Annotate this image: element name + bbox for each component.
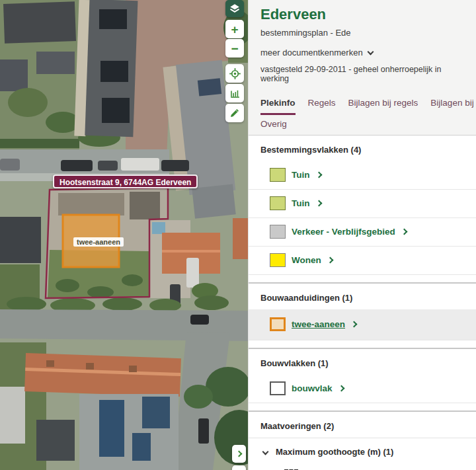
- map-viewport[interactable]: Hootsenstraat 9, 6744AG Ederveen twee-aa…: [0, 0, 248, 470]
- section-divider: [249, 275, 476, 284]
- item-label: Tuin: [292, 198, 310, 208]
- tab-bijlagen-bij-toelichting[interactable]: Bijlagen bij toelichting: [430, 95, 476, 115]
- twee-aaneen-swatch-icon: [270, 317, 286, 331]
- chevron-right-icon: [401, 229, 407, 235]
- measure-button[interactable]: [225, 84, 244, 102]
- section-maatvoeringen-title: Maatvoeringen (2): [249, 412, 476, 438]
- chevron-right-icon: [351, 321, 358, 328]
- draw-button[interactable]: [225, 104, 244, 122]
- zoom-out-button[interactable]: −: [225, 39, 244, 58]
- item-label: bouwvlak: [292, 383, 333, 393]
- section-divider: [249, 403, 476, 412]
- minus-icon: −: [231, 42, 238, 55]
- plus-icon: +: [231, 23, 238, 36]
- list-item-wonen[interactable]: Wonen: [249, 247, 476, 275]
- section-divider: [249, 340, 476, 349]
- app-window: Hootsenstraat 9, 6744AG Ederveen twee-aa…: [0, 0, 476, 470]
- expand-panel-button[interactable]: [232, 445, 246, 463]
- panel-header: Ederveen bestemmingsplan - Ede meer docu…: [249, 0, 476, 91]
- selected-area-label: twee-aaneen: [73, 237, 124, 247]
- item-label: twee-aaneen: [292, 319, 345, 329]
- address-tooltip: Hootsenstraat 9, 6744AG Ederveen: [53, 175, 198, 188]
- tab-bijlagen-bij-regels[interactable]: Bijlagen bij regels: [348, 95, 418, 115]
- chevron-right-icon: [315, 200, 322, 207]
- chevron-right-icon: [315, 172, 322, 178]
- page-title: Ederveen: [260, 6, 464, 23]
- zoom-in-button[interactable]: +: [225, 20, 244, 38]
- tuin-swatch-icon: [270, 168, 286, 182]
- partial-button[interactable]: [232, 465, 246, 470]
- chevron-down-icon: [262, 449, 269, 455]
- pencil-icon: [229, 107, 241, 119]
- tab-regels[interactable]: Regels: [308, 95, 336, 115]
- maatvoering-group-goothoogte: Maximum goothoogte (m) (1) Maximum gooth…: [249, 438, 476, 470]
- aerial-photo: [0, 0, 248, 470]
- plan-subtitle: bestemmingsplan - Ede: [260, 28, 464, 38]
- tab-overig[interactable]: Overig: [260, 115, 287, 135]
- tuin-swatch-icon: [270, 196, 286, 210]
- list-item-goothoogte[interactable]: Maximum goothoogte (m): 6: [249, 463, 476, 470]
- list-item-twee-aaneen[interactable]: twee-aaneen: [249, 309, 476, 340]
- layers-button[interactable]: [225, 0, 244, 17]
- item-label: Verkeer - Verblijfsgebied: [292, 227, 395, 237]
- list-item-tuin-2[interactable]: Tuin: [249, 190, 476, 218]
- chevron-down-icon: [367, 48, 374, 55]
- crosshair-icon: [229, 67, 241, 80]
- ruler-icon: [229, 87, 241, 100]
- bouwvlak-swatch-icon: [270, 381, 286, 395]
- tab-plekinfo[interactable]: Plekinfo: [260, 95, 296, 115]
- wonen-swatch-icon: [270, 253, 286, 267]
- locate-button[interactable]: [225, 64, 244, 83]
- section-bestemmingsvlakken-title: Bestemmingsvlakken (4): [249, 136, 476, 161]
- item-label: Tuin: [292, 170, 310, 180]
- layers-icon: [229, 3, 241, 15]
- section-bouwvlakken-title: Bouwvlakken (1): [249, 349, 476, 375]
- chevron-right-icon: [327, 257, 333, 264]
- list-item-verkeer[interactable]: Verkeer - Verblijfsgebied: [249, 218, 476, 247]
- plan-info-panel: Ederveen bestemmingsplan - Ede meer docu…: [248, 0, 476, 470]
- more-document-features-link[interactable]: meer documentkenmerken: [260, 48, 373, 58]
- list-item-bouwvlak[interactable]: bouwvlak: [249, 375, 476, 403]
- item-label: Wonen: [292, 255, 321, 265]
- tabs-bar: Plekinfo Regels Bijlagen bij regels Bijl…: [249, 91, 476, 136]
- list-item-tuin-1[interactable]: Tuin: [249, 161, 476, 190]
- group-header-label: Maximum goothoogte (m) (1): [276, 447, 393, 457]
- chevron-right-icon: [236, 451, 243, 457]
- chevron-right-icon: [338, 385, 344, 392]
- plan-status: vastgesteld 29-09-2011 - geheel onherroe…: [260, 65, 464, 83]
- section-bouwaanduidingen-title: Bouwaanduidingen (1): [249, 284, 476, 309]
- group-header-goothoogte[interactable]: Maximum goothoogte (m) (1): [249, 438, 476, 463]
- more-link-label: meer documentkenmerken: [260, 48, 363, 58]
- verkeer-swatch-icon: [270, 225, 286, 239]
